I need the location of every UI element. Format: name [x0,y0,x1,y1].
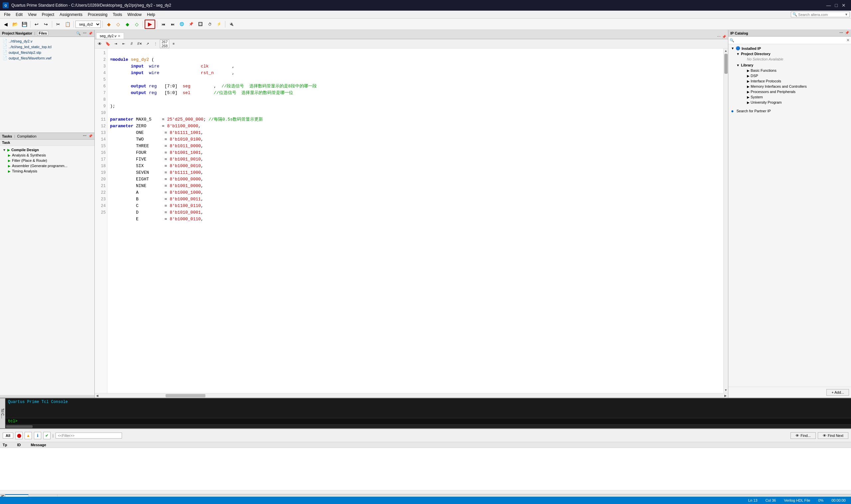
toolbar-chip-btn[interactable]: 🔲 [196,20,205,29]
toolbar-plugin-btn[interactable]: 🔌 [227,20,236,29]
ip-search-input[interactable] [735,38,846,42]
ip-catalog-pin[interactable]: 📌 [845,31,849,35]
editor-panel-menu[interactable]: ⋯ [717,35,721,39]
tcl-side-label[interactable]: Tcl C... [0,398,5,428]
ed-btn-indent[interactable]: ⇥ [112,40,119,48]
toolbar-diamond1-btn[interactable]: ◆ [104,20,113,29]
tasks-scrollbar[interactable] [0,395,94,398]
project-navigator-tab[interactable]: Project Navigator [2,31,32,35]
task-analysis-synthesis[interactable]: ▶ Analysis & Synthesis [1,152,93,158]
toolbar-undo-btn[interactable]: ↩ [32,20,41,29]
interface-protocols-item[interactable]: ▶Interface Protocols [735,78,850,84]
toolbar-diamond2-btn[interactable]: ◇ [114,20,122,29]
toolbar-forward-btn[interactable]: ⏭ [168,20,177,29]
toolbar-back-btn[interactable]: ◀ [1,20,10,29]
toolbar-copy-btn[interactable]: 📋 [63,20,72,29]
menu-window[interactable]: Window [125,12,144,18]
code-vscrollbar[interactable]: ▲ ▼ [723,49,728,393]
info-filter-btn[interactable]: ℹ [34,432,41,439]
close-btn[interactable]: ✕ [842,3,846,8]
tab-close-icon[interactable]: ✕ [118,34,120,38]
tasks-menu-icon[interactable]: ⋯ [83,134,86,138]
add-ip-btn[interactable]: + Add... [827,389,849,396]
toolbar-timing-btn[interactable]: ⏱ [206,20,214,29]
toolbar-rewind-btn[interactable]: ⏮ [159,20,167,29]
hscroll-thumb[interactable] [165,394,206,397]
file-stp[interactable]: 📄 output_files/stp2.stp [1,50,93,55]
file-seg-dy2[interactable]: 📄 ../rtl/seg_dy2.v [1,38,93,44]
tcl-input-field[interactable] [19,419,848,424]
all-filter-btn[interactable]: All [3,433,13,438]
task-fitter[interactable]: ▶ Fitter (Place & Route) [1,158,93,163]
toolbar-redo-btn[interactable]: ↪ [41,20,50,29]
ip-catalog-menu[interactable]: ⋯ [839,31,843,35]
file-vwf[interactable]: 📄 output_files/Waveform.vwf [1,55,93,61]
ed-btn-bookmarks[interactable]: 🔖 [104,40,111,48]
toolbar-open-btn[interactable]: 📂 [11,20,19,29]
task-assembler[interactable]: ▶ Assembler (Generate programm... [1,163,93,168]
menu-processing[interactable]: Processing [85,12,110,18]
university-program-item[interactable]: ▶University Program [735,100,850,105]
files-tab[interactable]: Files [37,31,48,36]
menu-file[interactable]: File [1,12,13,18]
nav-search-icon[interactable]: 🔍 [76,31,81,36]
ed-btn-comment[interactable]: // [128,40,135,48]
messages-hscrollbar[interactable] [0,490,851,494]
hscroll-right[interactable]: ▶ [724,394,727,397]
minimize-btn[interactable]: — [827,3,831,8]
ed-btn-locate[interactable]: ≡ [170,40,177,48]
menu-tools[interactable]: Tools [110,12,125,18]
ed-btn-unindent[interactable]: ⇤ [120,40,127,48]
nav-menu-icon[interactable]: ⋯ [83,31,86,36]
code-hscrollbar[interactable]: ◀ ▶ [95,393,728,398]
ip-search-clear[interactable]: ✕ [846,38,850,42]
toolbar-pin-btn[interactable]: 📌 [187,20,195,29]
ed-btn-hierarchy[interactable]: ⋮ [152,40,159,48]
memory-interfaces-item[interactable]: ▶Memory Interfaces and Controllers [735,84,850,89]
tasks-pin-icon[interactable]: 📌 [88,134,92,138]
editor-tab-seg-dy2[interactable]: seg_dy2.v ✕ [96,33,124,39]
installed-ip-header[interactable]: ▼ 🔵 Installed IP [730,46,850,51]
code-content[interactable]: ≡module seg_dy2 ( input wire clk , input… [107,49,723,393]
basic-functions-item[interactable]: ▶Basic Functions [735,68,850,73]
note-filter-btn[interactable]: ✔ [43,432,51,439]
file-tcl[interactable]: 📄 ../tcl/seg_led_static_top.tcl [1,44,93,50]
ed-btn-goto[interactable]: ↗ [144,40,151,48]
system-item[interactable]: ▶System [735,94,850,100]
find-next-btn[interactable]: 👁 Find Next [818,432,848,439]
tcl-hscrollbar[interactable] [5,424,851,428]
toolbar-power-btn[interactable]: ⚡ [215,20,224,29]
maximize-btn[interactable]: □ [835,3,838,8]
ed-btn-uncomment[interactable]: //✕ [136,40,143,48]
toolbar-netlist-btn[interactable]: 🌐 [178,20,186,29]
vscroll-thumb[interactable] [724,54,728,74]
search-partner-item[interactable]: ● Search for Partner IP [730,108,850,114]
search-input[interactable] [798,13,845,17]
hscroll-left[interactable]: ◀ [95,394,99,397]
menu-edit[interactable]: Edit [13,12,25,18]
toolbar-diamond3-btn[interactable]: ◆ [123,20,131,29]
vscroll-down[interactable]: ▼ [724,389,728,392]
menu-assignments[interactable]: Assignments [57,12,85,18]
project-dir-header[interactable]: ▼ Project Directory [735,51,850,56]
processors-item[interactable]: ▶Processors and Peripherals [735,89,850,94]
error-filter-btn[interactable]: ⬤ [15,432,23,439]
nav-pin-icon[interactable]: 📌 [88,32,92,35]
menu-view[interactable]: View [25,12,39,18]
toolbar-diamond4-btn[interactable]: ◇ [132,20,141,29]
task-timing[interactable]: ▶ Timing Analysis [1,168,93,174]
editor-panel-pin[interactable]: 📌 [722,35,726,38]
project-dropdown[interactable]: seg_dy2 [75,21,101,28]
warning-filter-btn[interactable]: ▲ [24,432,32,439]
ed-btn-binoculars[interactable]: 👁 [96,40,103,48]
compile-run-btn[interactable]: ▶ [145,20,155,29]
menu-help[interactable]: Help [144,12,158,18]
library-header[interactable]: ▼ Library [735,62,850,68]
tcl-scroll-thumb[interactable] [6,425,33,428]
menu-project[interactable]: Project [39,12,57,18]
toolbar-cut-btn[interactable]: ✂ [54,20,63,29]
toolbar-save-btn[interactable]: 💾 [20,20,29,29]
message-filter-input[interactable] [55,433,122,438]
vscroll-up[interactable]: ▲ [724,49,728,53]
compile-design-header[interactable]: ▼ ▶ Compile Design [1,147,93,152]
